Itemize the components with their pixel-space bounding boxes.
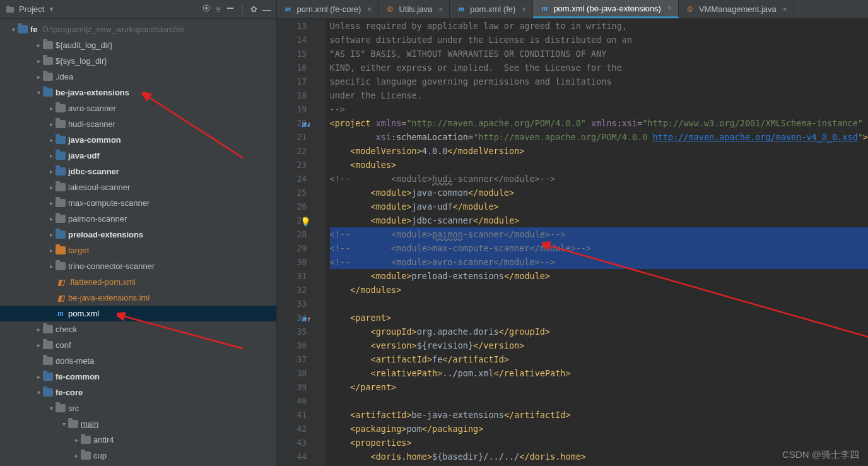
editor-tab[interactable]: mpom.xml (fe)× <box>450 0 533 18</box>
tree-root[interactable]: ▾feD:\program\jz_new_workspace\doris\fe <box>0 21 276 37</box>
tree-item[interactable]: ▸trino-connector-scanner <box>0 258 276 274</box>
tree-item[interactable]: ▸${audit_log_dir} <box>0 37 276 53</box>
tree-item[interactable]: ▸lakesoul-scanner <box>0 179 276 195</box>
close-icon[interactable]: × <box>783 5 787 14</box>
close-icon[interactable]: × <box>667 4 672 13</box>
expand-all-icon[interactable]: ≡ <box>216 5 220 14</box>
tree-item[interactable]: ▸preload-extensions <box>0 227 276 242</box>
tree-item[interactable]: ▸java-common <box>0 132 276 148</box>
close-icon[interactable]: × <box>522 5 526 14</box>
tree-item[interactable]: ▸java-udf <box>0 148 276 164</box>
tree-item[interactable]: ◧.flattened-pom.xml <box>0 274 276 290</box>
editor-tab[interactable]: ©VMManagement.java× <box>679 0 794 18</box>
editor-tab[interactable]: mpom.xml (be-java-extensions)× <box>533 0 679 18</box>
hide-icon[interactable]: — <box>262 4 271 15</box>
tree-item[interactable]: ▸jdbc-scanner <box>0 164 276 179</box>
code-area[interactable]: 1314151617181920m↓21222324252627💡2829303… <box>277 19 869 466</box>
tree-item[interactable]: ▸cup <box>0 448 276 463</box>
code-body[interactable]: Unless required by applicable law or agr… <box>326 19 869 466</box>
tree-item[interactable]: doris-meta <box>0 353 276 369</box>
close-icon[interactable]: × <box>438 5 443 14</box>
maven-icon: m <box>539 3 549 13</box>
tree-item[interactable]: ▸hudi-scanner <box>0 116 276 132</box>
class-icon: © <box>385 4 395 15</box>
class-icon: © <box>685 4 695 15</box>
maven-icon: m <box>283 4 293 15</box>
close-icon[interactable]: × <box>367 5 372 14</box>
project-sidebar: Project ▼ ≡ ✿ — ▾feD:\program\jz_new_wor… <box>0 0 277 466</box>
tree-item[interactable]: ▾fe-core <box>0 385 276 400</box>
fold-column[interactable] <box>316 19 326 466</box>
editor-area: mpom.xml (fe-core)×©Utils.java×mpom.xml … <box>277 0 869 466</box>
dropdown-icon[interactable]: ▼ <box>48 6 54 13</box>
svg-rect-4 <box>227 8 233 9</box>
tree-item[interactable]: ▸check <box>0 321 276 337</box>
tree-item[interactable]: ▾src <box>0 400 276 416</box>
tree-item[interactable]: ▸avro-scanner <box>0 100 276 116</box>
tree-item[interactable]: ▾be-java-extensions <box>0 85 276 100</box>
tree-item[interactable]: mpom.xml <box>0 306 276 321</box>
editor-tab[interactable]: mpom.xml (fe-core)× <box>277 0 379 18</box>
tree-item[interactable]: ▸.idea <box>0 69 276 85</box>
tree-item[interactable]: ◧be-java-extensions.iml <box>0 290 276 306</box>
project-tree[interactable]: ▾feD:\program\jz_new_workspace\doris\fe▸… <box>0 19 276 466</box>
watermark: CSDN @骑士李四 <box>782 449 859 461</box>
tree-item[interactable]: ▸fe-common <box>0 369 276 385</box>
tree-item[interactable]: ▸conf <box>0 337 276 353</box>
tree-item[interactable]: ▸max-compute-scanner <box>0 195 276 211</box>
tree-item[interactable]: ▾main <box>0 416 276 432</box>
settings-icon[interactable]: ✿ <box>250 4 257 14</box>
svg-rect-0 <box>6 7 14 13</box>
maven-icon: m <box>456 4 466 15</box>
sidebar-title[interactable]: Project <box>19 4 44 14</box>
svg-point-3 <box>205 7 208 9</box>
tree-item[interactable]: ▸${sys_log_dir} <box>0 53 276 69</box>
collapse-icon[interactable] <box>226 4 235 15</box>
tree-item[interactable]: ▸antlr4 <box>0 432 276 448</box>
select-target-icon[interactable] <box>202 4 211 15</box>
svg-rect-1 <box>6 6 10 8</box>
editor-tab[interactable]: ©Utils.java× <box>378 0 450 18</box>
tree-item[interactable]: ▸target <box>0 242 276 258</box>
gutter: 1314151617181920m↓21222324252627💡2829303… <box>277 19 316 466</box>
sidebar-header: Project ▼ ≡ ✿ — <box>0 0 276 19</box>
tree-item[interactable]: ▸paimon-scanner <box>0 211 276 227</box>
project-icon <box>5 4 15 15</box>
editor-tabs: mpom.xml (fe-core)×©Utils.java×mpom.xml … <box>277 0 869 19</box>
